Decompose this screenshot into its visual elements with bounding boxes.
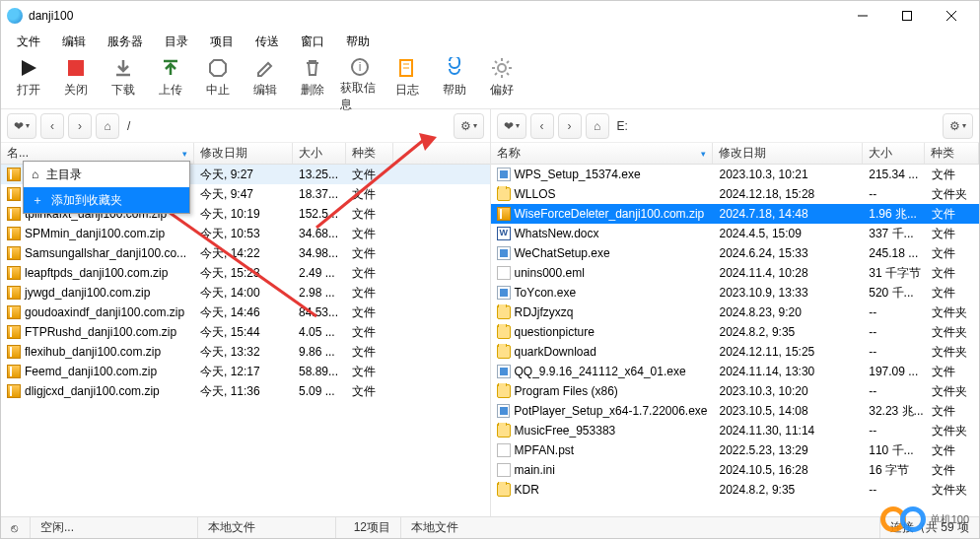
home-button[interactable]: ⌂ [96,113,119,139]
file-size-cell: 2.98 ... [293,285,346,301]
favorites-button[interactable]: ❤▾ [497,113,526,139]
back-button[interactable]: ‹ [40,113,64,139]
file-size-cell: 1.96 兆... [863,205,925,224]
minimize-button[interactable] [840,2,884,30]
menu-item[interactable]: 目录 [155,32,198,52]
file-row[interactable]: KDR2024.8.2, 9:35--文件夹 [491,480,980,500]
file-name-cell: WLLOS [491,186,714,202]
favorites-popup[interactable]: ⌂ 主目录 ＋ 添加到收藏夹 [23,161,190,214]
maximize-button[interactable] [884,2,929,30]
file-row[interactable]: unins000.eml2024.11.4, 10:2831 千字节文件 [491,263,980,283]
plus-icon: ＋ [32,192,43,209]
file-row[interactable]: main.ini2024.10.5, 16:2816 字节文件 [491,460,980,480]
file-row[interactable]: RDJjfzyxzq2024.8.23, 9:20--文件夹 [491,303,980,322]
toolbar-cancel-button[interactable]: 中止 [198,56,238,107]
menu-item[interactable]: 窗口 [291,32,334,52]
file-row[interactable]: MusicFree_9533832024.11.30, 11:14--文件夹 [491,421,980,440]
zip-icon [7,365,21,378]
file-name-cell: Program Files (x86) [491,383,714,399]
toolbar-delete-button[interactable]: 删除 [293,56,332,107]
file-row[interactable]: WhatsNew.docx2024.4.5, 15:09337 千...文件 [491,224,980,243]
file-size-cell: 197.09 ... [863,364,925,379]
file-row[interactable]: PotPlayer_Setup_x64-1.7.22006.exe2023.10… [491,401,980,421]
toolbar-download-button[interactable]: 下载 [104,56,143,107]
zip-icon [7,207,21,221]
svg-marker-4 [22,60,36,76]
file-name-cell: MPFAN.pst [491,442,714,458]
file-row[interactable]: WLLOS2024.12.18, 15:28--文件夹 [491,184,980,204]
exe-icon [497,168,511,181]
forward-button[interactable]: › [558,113,582,139]
file-row[interactable]: MPFAN.pst2022.5.23, 13:29110 千...文件 [491,440,980,460]
file-row[interactable]: WPS_Setup_15374.exe2023.10.3, 10:21215.3… [491,165,980,184]
favorites-home-row[interactable]: ⌂ 主目录 [24,162,189,187]
menu-item[interactable]: 项目 [200,32,244,52]
settings-button[interactable]: ⚙▾ [943,113,973,139]
close-button[interactable] [929,2,973,30]
file-type-cell: 文件 [346,225,393,243]
col-date[interactable]: 修改日期 [194,143,293,164]
file-row[interactable]: WeChatSetup.exe2024.6.24, 15:33245.18 ..… [491,243,980,263]
menu-item[interactable]: 服务器 [98,32,153,52]
toolbar-stop-button[interactable]: 关闭 [56,56,96,107]
zip-icon [7,187,21,201]
left-mode: 本地文件 [198,517,336,538]
toolbar-log-button[interactable]: 日志 [387,56,427,107]
favorites-button[interactable]: ❤▾ [7,113,36,139]
file-type-cell: 文件 [346,264,393,283]
toolbar-help-button[interactable]: 帮助 [435,56,474,107]
file-row[interactable]: ToYcon.exe2023.10.9, 13:33520 千...文件 [491,283,980,303]
menu-item[interactable]: 编辑 [52,32,96,52]
file-date-cell: 今天, 9:47 [194,185,293,204]
home-button[interactable]: ⌂ [586,113,609,139]
col-size[interactable]: 大小 [863,143,925,164]
file-row[interactable]: goudoaxindf_danji100.com.zip今天, 14:4684.… [1,303,490,322]
right-file-list[interactable]: WPS_Setup_15374.exe2023.10.3, 10:21215.3… [491,165,980,516]
file-row[interactable]: Samsungallshar_danji100.co...今天, 14:2234… [1,243,490,263]
menu-item[interactable]: 传送 [245,32,289,52]
menu-item[interactable]: 帮助 [336,32,380,52]
toolbar-prefs-button[interactable]: 偏好 [482,56,522,107]
file-type-cell: 文件 [346,382,393,401]
toolbar-upload-button[interactable]: 上传 [151,56,190,107]
col-date[interactable]: 修改日期 [713,143,863,164]
back-button[interactable]: ‹ [530,113,554,139]
title-bar: danji100 [1,1,979,31]
log-icon [395,56,419,80]
toolbar-info-button[interactable]: i获取信息 [340,56,380,107]
zip-icon [7,384,21,398]
file-icon [497,463,511,477]
col-size[interactable]: 大小 [293,143,346,164]
right-file-header[interactable]: 名称▾ 修改日期 大小 种类 [491,143,980,165]
file-row[interactable]: Feemd_danji100.com.zip今天, 12:1758.89...文… [1,362,490,381]
favorites-add-row[interactable]: ＋ 添加到收藏夹 [24,187,189,213]
file-row[interactable]: FTPRushd_danji100.com.zip今天, 15:444.05 .… [1,322,490,342]
col-type[interactable]: 种类 [346,143,393,164]
file-row[interactable]: dligjcxd_danji100.com.zip今天, 11:365.09 .… [1,381,490,401]
file-row[interactable]: leapftpds_danji100.com.zip今天, 15:232.49 … [1,263,490,283]
file-row[interactable]: questionpicture2024.8.2, 9:35--文件夹 [491,322,980,342]
file-size-cell: -- [863,186,925,202]
play-icon [17,56,40,80]
left-file-list[interactable]: 今天, 9:2713.25...文件videocapzx_danji100.co… [1,165,490,516]
settings-button[interactable]: ⚙▾ [454,113,484,139]
toolbar-play-button[interactable]: 打开 [9,56,48,107]
folder-icon [497,483,511,497]
file-row[interactable]: SPMmin_danji100.com.zip今天, 10:5334.68...… [1,224,490,243]
zip-icon [7,345,21,359]
file-row[interactable]: jywgd_danji100.com.zip今天, 14:002.98 ...文… [1,283,490,303]
toolbar-edit-button[interactable]: 编辑 [245,56,285,107]
col-name[interactable]: 名称▾ [491,143,714,164]
file-row[interactable]: quarkDownload2024.12.11, 15:25--文件夹 [491,342,980,362]
right-path[interactable]: E: [613,119,940,133]
file-size-cell: 9.86 ... [293,344,346,360]
menu-item[interactable]: 文件 [7,32,50,52]
file-row[interactable]: QQ_9.9.16_241112_x64_01.exe2024.11.14, 1… [491,362,980,381]
file-row[interactable]: flexihub_danji100.com.zip今天, 13:329.86 .… [1,342,490,362]
file-row[interactable]: Program Files (x86)2023.10.3, 10:20--文件夹 [491,381,980,401]
col-type[interactable]: 种类 [925,143,979,164]
forward-button[interactable]: › [68,113,92,139]
file-date-cell: 今天, 12:17 [194,363,293,381]
left-path[interactable]: / [123,119,450,133]
file-row[interactable]: WiseForceDeleter_danji100.com.zip2024.7.… [491,204,980,224]
